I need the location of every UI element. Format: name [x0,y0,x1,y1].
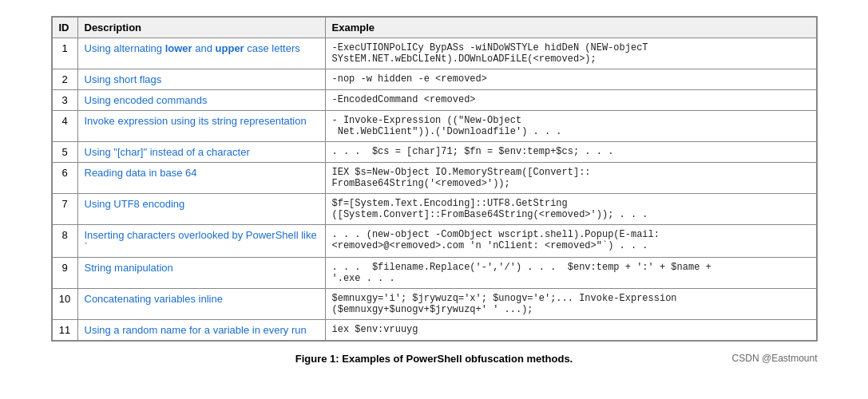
table-row: 3Using encoded commands-EncodedCommand <… [52,90,816,111]
table-row: 11Using a random name for a variable in … [52,320,816,341]
cell-description: Concatenating variables inline [77,289,325,320]
cell-id: 3 [52,90,77,111]
cell-example: -ExecUTIONPoLICy BypASs -wiNDoWSTYLe hid… [325,38,816,69]
cell-example: - Invoke-Expression (("New-Object Net.We… [325,111,816,142]
cell-description: Using encoded commands [77,90,325,111]
cell-id: 8 [52,225,77,258]
table-row: 8Inserting characters overlooked by Powe… [52,225,816,258]
cell-example: IEX $s=New-Object IO.MemoryStream([Conve… [325,163,816,194]
cell-description: Reading data in base 64 [77,163,325,194]
table-row: 10Concatenating variables inline$emnuxgy… [52,289,816,320]
cell-example: . . . (new-object -ComObject wscript.she… [325,225,816,258]
cell-description: Using alternating lower and upper case l… [77,38,325,69]
cell-id: 1 [52,38,77,69]
table-row: 5Using "[char]" instead of a character. … [52,142,816,163]
cell-example: iex $env:vruuyg [325,320,816,341]
cell-id: 9 [52,258,77,289]
cell-id: 7 [52,194,77,225]
table-row: 4Invoke expression using its string repr… [52,111,816,142]
watermark-text: CSDN @Eastmount [732,353,818,364]
cell-id: 6 [52,163,77,194]
cell-example: . . . $filename.Replace('-','/') . . . $… [325,258,816,289]
cell-id: 5 [52,142,77,163]
table-row: 7Using UTF8 encoding$f=[System.Text.Enco… [52,194,816,225]
cell-example: -EncodedCommand <removed> [325,90,816,111]
cell-description: Invoke expression using its string repre… [77,111,325,142]
cell-description: Inserting characters overlooked by Power… [77,225,325,258]
table-row: 2Using short flags-nop -w hidden -e <rem… [52,69,816,90]
cell-description: Using short flags [77,69,325,90]
cell-example: -nop -w hidden -e <removed> [325,69,816,90]
main-table-wrapper: ID Description Example 1Using alternatin… [51,16,818,342]
cell-id: 2 [52,69,77,90]
col-header-id: ID [52,18,77,38]
cell-example: $emnuxgy='i'; $jrywuzq='x'; $unogv='e';.… [325,289,816,320]
cell-description: Using UTF8 encoding [77,194,325,225]
cell-id: 10 [52,289,77,320]
cell-description: String manipulation [77,258,325,289]
col-header-desc: Description [77,18,325,38]
table-row: 9String manipulation. . . $filename.Repl… [52,258,816,289]
cell-id: 11 [52,320,77,341]
caption-text: Figure 1: Examples of PowerShell obfusca… [295,353,573,365]
obfuscation-table: ID Description Example 1Using alternatin… [52,17,817,341]
table-row: 1Using alternating lower and upper case … [52,38,816,69]
cell-example: $f=[System.Text.Encoding]::UTF8.GetStrin… [325,194,816,225]
figure-caption: Figure 1: Examples of PowerShell obfusca… [51,353,818,365]
cell-description: Using a random name for a variable in ev… [77,320,325,341]
cell-id: 4 [52,111,77,142]
col-header-example: Example [325,18,816,38]
cell-description: Using "[char]" instead of a character [77,142,325,163]
table-row: 6Reading data in base 64IEX $s=New-Objec… [52,163,816,194]
cell-example: . . . $cs = [char]71; $fn = $env:temp+$c… [325,142,816,163]
